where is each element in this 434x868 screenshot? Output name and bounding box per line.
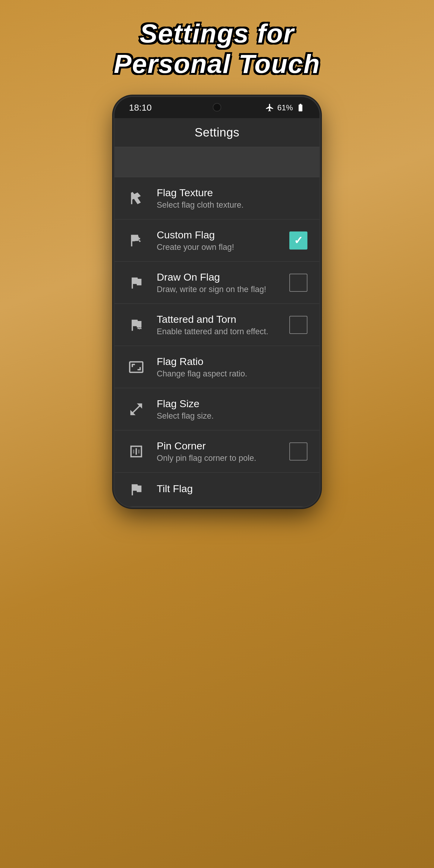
tilt-flag-text: Tilt Flag xyxy=(157,483,307,496)
tattered-torn-subtitle: Enable tattered and torn effect. xyxy=(157,327,278,336)
status-time: 18:10 xyxy=(129,102,152,113)
draw-on-flag-subtitle: Draw, write or sign on the flag! xyxy=(157,285,278,294)
settings-item-draw-on-flag[interactable]: Draw On Flag Draw, write or sign on the … xyxy=(115,261,319,304)
custom-flag-checkbox[interactable] xyxy=(289,231,307,250)
page-title: Settings for Personal Touch xyxy=(114,18,320,79)
airplane-icon xyxy=(265,103,274,112)
battery-percent: 61% xyxy=(277,103,293,113)
pin-corner-checkbox[interactable] xyxy=(289,442,307,461)
flag-ratio-subtitle: Change flag aspect ratio. xyxy=(157,369,307,378)
draw-on-flag-title: Draw On Flag xyxy=(157,271,278,283)
flag-texture-icon xyxy=(127,189,146,208)
draw-on-flag-checkbox[interactable] xyxy=(289,274,307,292)
pin-corner-icon xyxy=(127,442,146,461)
settings-item-tilt-flag[interactable]: Tilt Flag xyxy=(115,472,319,507)
pin-corner-title: Pin Corner xyxy=(157,440,278,452)
flag-size-text: Flag Size Select flag size. xyxy=(157,398,307,421)
settings-item-flag-texture[interactable]: Flag Texture Select flag cloth texture. xyxy=(115,177,319,219)
flag-texture-subtitle: Select flag cloth texture. xyxy=(157,200,307,210)
status-bar: 18:10 61% xyxy=(115,97,319,118)
draw-on-flag-text: Draw On Flag Draw, write or sign on the … xyxy=(157,271,278,294)
tattered-flag-icon xyxy=(127,315,146,335)
tilt-flag-title: Tilt Flag xyxy=(157,483,307,495)
settings-item-pin-corner[interactable]: Pin Corner Only pin flag corner to pole. xyxy=(115,430,319,472)
flag-ratio-text: Flag Ratio Change flag aspect ratio. xyxy=(157,355,307,378)
custom-flag-title: Custom Flag xyxy=(157,229,278,241)
flag-texture-title: Flag Texture xyxy=(157,187,307,198)
tilt-flag-icon xyxy=(127,480,146,499)
flag-texture-text: Flag Texture Select flag cloth texture. xyxy=(157,187,307,210)
settings-item-flag-size[interactable]: Flag Size Select flag size. xyxy=(115,388,319,430)
tattered-torn-title: Tattered and Torn xyxy=(157,313,278,325)
tattered-torn-checkbox[interactable] xyxy=(289,316,307,334)
settings-item-tattered-torn[interactable]: Tattered and Torn Enable tattered and to… xyxy=(115,304,319,346)
custom-flag-icon xyxy=(127,231,146,250)
tattered-torn-text: Tattered and Torn Enable tattered and to… xyxy=(157,313,278,336)
pin-corner-text: Pin Corner Only pin flag corner to pole. xyxy=(157,440,278,463)
status-icons: 61% xyxy=(265,103,305,113)
flag-size-icon xyxy=(127,400,146,419)
battery-icon xyxy=(296,103,305,112)
settings-content: Flag Texture Select flag cloth texture. … xyxy=(115,147,319,507)
empty-section xyxy=(115,147,319,177)
flag-size-title: Flag Size xyxy=(157,398,307,410)
app-bar: Settings xyxy=(115,118,319,147)
custom-flag-subtitle: Create your own flag! xyxy=(157,243,278,252)
custom-flag-text: Custom Flag Create your own flag! xyxy=(157,229,278,252)
flag-ratio-icon xyxy=(127,358,146,377)
draw-flag-icon xyxy=(127,273,146,292)
app-bar-title: Settings xyxy=(195,126,240,139)
flag-ratio-title: Flag Ratio xyxy=(157,355,307,367)
settings-item-custom-flag[interactable]: Custom Flag Create your own flag! xyxy=(115,219,319,261)
phone-frame: 18:10 61% Settings xyxy=(115,97,319,507)
flag-size-subtitle: Select flag size. xyxy=(157,411,307,421)
camera-notch xyxy=(213,103,221,112)
pin-corner-subtitle: Only pin flag corner to pole. xyxy=(157,454,278,463)
settings-item-flag-ratio[interactable]: Flag Ratio Change flag aspect ratio. xyxy=(115,346,319,388)
